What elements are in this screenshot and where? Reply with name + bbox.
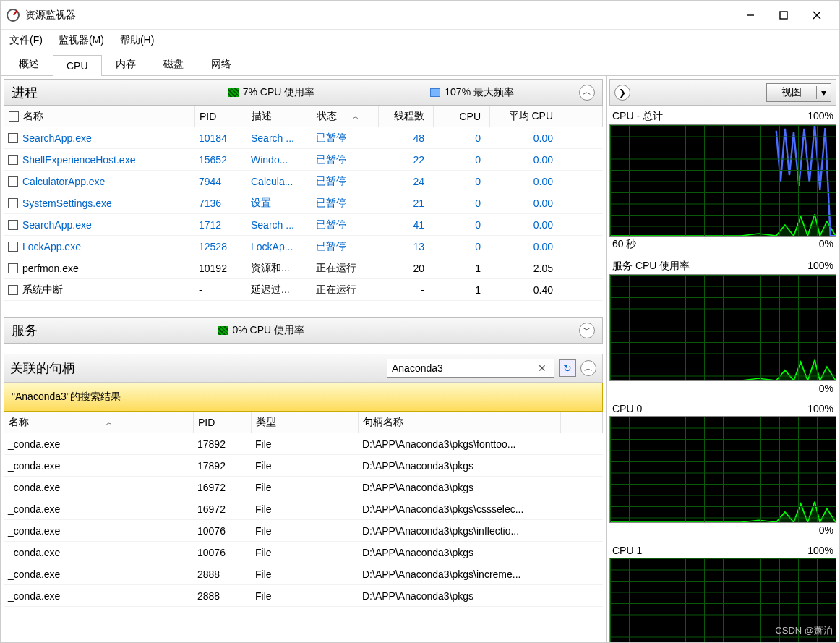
select-all-checkbox[interactable] [9, 111, 19, 122]
close-button[interactable] [800, 4, 833, 27]
minimize-button[interactable] [734, 4, 767, 27]
table-row[interactable]: CalculatorApp.exe 7944 Calcula... 已暂停 24… [4, 171, 603, 192]
row-checkbox[interactable] [8, 176, 18, 187]
row-checkbox[interactable] [8, 242, 18, 252]
table-row[interactable]: ShellExperienceHost.exe 15652 Windo... 已… [4, 149, 603, 171]
col-status[interactable]: 状态︿ [312, 106, 379, 127]
watermark: CSDN @萧泊 [775, 624, 833, 637]
handles-title: 关联的句柄 [10, 359, 382, 377]
table-row[interactable]: LockApp.exe 12528 LockAp... 已暂停 13 0 0.0… [4, 236, 603, 257]
row-checkbox[interactable] [8, 285, 18, 295]
search-input[interactable] [392, 362, 535, 374]
title-bar: 资源监视器 [1, 1, 839, 30]
table-row[interactable]: _conda.exe 16972 File D:\APP\Anaconda3\p… [4, 498, 603, 520]
graph-panel: CPU - 总计100% 60 秒0% [609, 108, 836, 252]
table-row[interactable]: SystemSettings.exe 7136 设置 已暂停 21 0 0.00 [4, 192, 603, 214]
refresh-search-button[interactable]: ↻ [559, 359, 576, 377]
row-checkbox[interactable] [8, 155, 18, 165]
graph-title: CPU - 总计 [612, 110, 663, 123]
row-checkbox[interactable] [8, 220, 18, 230]
maximize-button[interactable] [767, 4, 800, 27]
processes-title: 进程 [12, 84, 38, 101]
hcol-handle-name[interactable]: 句柄名称 [359, 412, 561, 433]
services-usage-label: 0% CPU 使用率 [232, 324, 304, 337]
clear-search-button[interactable]: ✕ [535, 362, 549, 374]
expand-services-button[interactable]: ﹀ [579, 323, 595, 338]
app-icon [7, 9, 20, 22]
handles-header: 关联的句柄 ✕ ↻ ︿ [4, 354, 603, 383]
tab-overview[interactable]: 概述 [5, 53, 53, 75]
menu-help[interactable]: 帮助(H) [120, 34, 154, 47]
hcol-type[interactable]: 类型 [252, 412, 359, 433]
col-avg-cpu[interactable]: 平均 CPU [490, 106, 562, 127]
services-title: 服务 [12, 322, 38, 339]
graph-min: 0% [819, 238, 833, 251]
table-row[interactable]: SearchApp.exe 10184 Search ... 已暂停 48 0 … [4, 127, 603, 149]
window-title: 资源监视器 [25, 9, 76, 22]
menu-bar: 文件(F) 监视器(M) 帮助(H) [1, 30, 839, 51]
collapse-processes-button[interactable]: ︿ [579, 85, 595, 101]
graph-max: 100% [807, 545, 833, 556]
table-row[interactable]: _conda.exe 17892 File D:\APP\Anaconda3\p… [4, 455, 603, 477]
tab-memory[interactable]: 内存 [102, 53, 150, 75]
graph-plot [609, 416, 836, 523]
process-column-header: 名称 PID 描述 状态︿ 线程数 CPU 平均 CPU [4, 106, 603, 127]
services-usage-swatch [218, 326, 228, 335]
hcol-pid[interactable]: PID [194, 412, 252, 433]
search-result-banner: "Anaconda3"的搜索结果 [4, 383, 603, 412]
cpu-usage-label: 7% CPU 使用率 [243, 86, 315, 99]
services-header[interactable]: 服务 0% CPU 使用率 ﹀ [4, 317, 603, 344]
table-row[interactable]: _conda.exe 16972 File D:\APP\Anaconda3\p… [4, 477, 603, 498]
table-row[interactable]: 系统中断 - 延迟过... 正在运行 - 1 0.40 [4, 279, 603, 301]
table-row[interactable]: _conda.exe 10076 File D:\APP\Anaconda3\p… [4, 520, 603, 542]
col-description[interactable]: 描述 [247, 106, 312, 127]
hcol-name[interactable]: 名称︿ [4, 412, 194, 433]
max-freq-label: 107% 最大频率 [445, 86, 514, 99]
tab-disk[interactable]: 磁盘 [150, 53, 197, 75]
tab-cpu[interactable]: CPU [53, 55, 102, 76]
graph-title: CPU 0 [612, 403, 642, 414]
search-box[interactable]: ✕ [387, 359, 554, 378]
tab-bar: 概述 CPU 内存 磁盘 网络 [1, 51, 839, 76]
svg-rect-1 [780, 12, 787, 19]
process-rows: SearchApp.exe 10184 Search ... 已暂停 48 0 … [4, 127, 603, 307]
tab-network[interactable]: 网络 [197, 53, 245, 75]
processes-header[interactable]: 进程 7% CPU 使用率 107% 最大频率 ︿ [4, 79, 603, 106]
max-freq-swatch [430, 88, 440, 97]
row-checkbox[interactable] [8, 133, 18, 143]
collapse-handles-button[interactable]: ︿ [580, 360, 596, 376]
collapse-right-button[interactable]: ❯ [614, 85, 630, 101]
graph-xlabel: 60 秒 [612, 238, 636, 251]
table-row[interactable]: _conda.exe 2888 File D:\APP\Anaconda3\pk… [4, 585, 603, 607]
menu-monitor[interactable]: 监视器(M) [59, 34, 104, 47]
handle-rows: _conda.exe 17892 File D:\APP\Anaconda3\p… [4, 433, 603, 642]
chevron-down-icon: ▾ [817, 87, 831, 98]
row-checkbox[interactable] [8, 198, 18, 208]
graph-max: 100% [807, 260, 833, 273]
graph-max: 100% [807, 110, 833, 123]
right-toolbar: ❯ 视图▾ [609, 79, 836, 106]
table-row[interactable]: perfmon.exe 10192 资源和... 正在运行 20 1 2.05 [4, 257, 603, 279]
graph-list: CPU - 总计100% 60 秒0% 服务 CPU 使用率100% 0% CP… [607, 108, 839, 642]
row-checkbox[interactable] [8, 263, 18, 273]
cpu-usage-swatch [228, 88, 239, 97]
table-row[interactable]: _conda.exe 17892 File D:\APP\Anaconda3\p… [4, 433, 603, 455]
graph-panel: 服务 CPU 使用率100% 0% [609, 258, 836, 396]
col-pid[interactable]: PID [195, 106, 247, 127]
graph-min: 0% [819, 383, 833, 394]
col-cpu[interactable]: CPU [434, 106, 490, 127]
table-row[interactable]: _conda.exe 2888 File D:\APP\Anaconda3\pk… [4, 563, 603, 585]
graph-panel: CPU 0100% 0% [609, 401, 836, 537]
graph-min: 0% [819, 524, 833, 536]
graph-title: 服务 CPU 使用率 [612, 260, 690, 273]
col-name[interactable]: 名称 [4, 106, 195, 127]
view-button[interactable]: 视图▾ [766, 83, 831, 102]
col-threads[interactable]: 线程数 [379, 106, 434, 127]
table-row[interactable]: _conda.exe 10076 File D:\APP\Anaconda3\p… [4, 542, 603, 563]
graph-title: CPU 1 [612, 545, 642, 556]
graph-max: 100% [807, 403, 833, 414]
handles-column-header: 名称︿ PID 类型 句柄名称 [4, 412, 603, 433]
table-row[interactable]: SearchApp.exe 1712 Search ... 已暂停 41 0 0… [4, 214, 603, 236]
graph-plot [609, 274, 836, 381]
menu-file[interactable]: 文件(F) [9, 34, 43, 47]
